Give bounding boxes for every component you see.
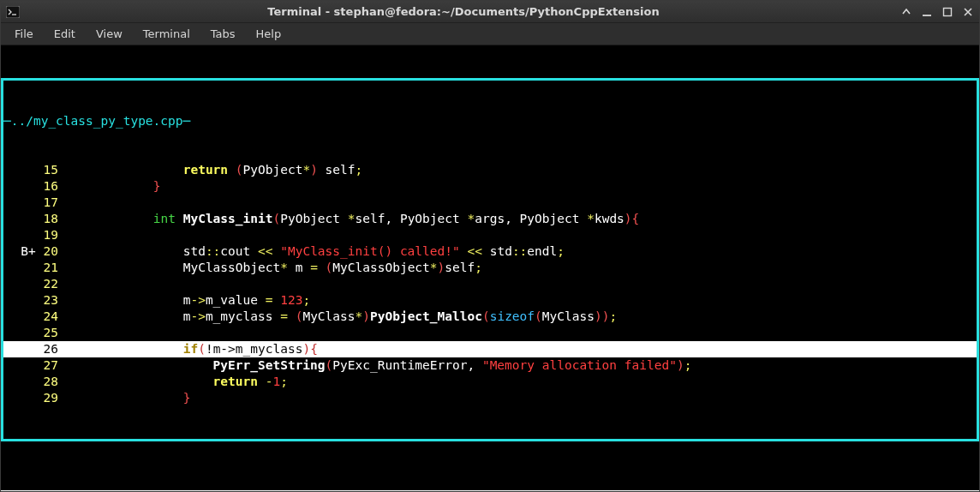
gutter: 28 [3,374,63,390]
code-text: int MyClass_init(PyObject *self, PyObjec… [63,211,977,227]
code-text: m->m_myclass = (MyClass*)PyObject_Malloc… [63,309,977,325]
minimize-button[interactable] [921,6,933,18]
code-line[interactable]: 24 m->m_myclass = (MyClass*)PyObject_Mal… [3,309,977,325]
close-button[interactable] [962,6,974,18]
code-text [63,195,977,211]
gutter: B+ 20 [3,243,63,260]
code-line[interactable]: 27 PyErr_SetString(PyExc_RuntimeError, "… [3,357,977,374]
code-line[interactable]: 19 [3,227,977,243]
gutter: 19 [3,227,63,243]
code-line[interactable]: 17 [3,195,977,211]
menu-view[interactable]: View [87,25,131,43]
code-text: MyClassObject* m = (MyClassObject*)self; [63,260,977,276]
code-line[interactable]: 15 return (PyObject*) self; [3,162,977,178]
menu-edit[interactable]: Edit [45,25,84,43]
cgdb-source-pane[interactable]: ─../my_class_py_type.cpp─ 15 return (PyO… [1,78,979,441]
code-line[interactable]: 21 MyClassObject* m = (MyClassObject*)se… [3,260,977,276]
code-text: } [63,390,977,406]
gutter: 15 [3,162,63,178]
code-line[interactable]: 16 } [3,178,977,195]
gutter: 27 [3,357,63,374]
svg-rect-0 [6,6,20,18]
code-text: } [63,178,977,195]
code-line[interactable]: 28 return -1; [3,374,977,390]
gutter: 16 [3,178,63,195]
svg-rect-3 [944,8,952,15]
window-up-button[interactable] [900,6,912,18]
code-line[interactable]: 23 m->m_value = 123; [3,292,977,309]
cgdb-status-bar: multi-thre Thread 0x7ffff79127 In: MyCla… [1,490,979,491]
menu-terminal[interactable]: Terminal [134,25,199,43]
code-line[interactable]: 29 } [3,390,977,406]
status-right: L26 PC: 0x7fffe9c2ca87 [799,490,979,491]
gutter: 23 [3,292,63,309]
menu-help[interactable]: Help [248,25,290,43]
terminal-body[interactable]: ─../my_class_py_type.cpp─ 15 return (PyO… [1,45,979,491]
terminal-window: Terminal - stephan@fedora:~/Documents/Py… [0,0,980,492]
gutter: 25 [3,325,63,341]
code-text: PyErr_SetString(PyExc_RuntimeError, "Mem… [63,357,977,374]
code-text: if(!m->m_myclass){ [63,341,977,357]
gutter: 22 [3,276,63,292]
gutter: 24 [3,309,63,325]
status-left: multi-thre Thread 0x7ffff79127 In: MyCla… [1,490,799,491]
code-line[interactable]: 18 int MyClass_init(PyObject *self, PyOb… [3,211,977,227]
code-line[interactable]: > 26 if(!m->m_myclass){ [3,341,977,357]
code-text [63,227,977,243]
code-line[interactable]: 25 [3,325,977,341]
menu-tabs[interactable]: Tabs [202,25,244,43]
code-text: return (PyObject*) self; [63,162,977,178]
code-text: return -1; [63,374,977,390]
code-text [63,325,977,341]
window-title: Terminal - stephan@fedora:~/Documents/Py… [27,5,900,18]
code-line[interactable]: B+ 20 std::cout << "MyClass_init() calle… [3,243,977,260]
code-line[interactable]: 22 [3,276,977,292]
gutter: 21 [3,260,63,276]
gutter: > 26 [3,341,63,357]
menu-file[interactable]: File [6,25,42,43]
menubar: File Edit View Terminal Tabs Help [1,23,979,45]
code-text [63,276,977,292]
terminal-icon [6,6,20,18]
titlebar[interactable]: Terminal - stephan@fedora:~/Documents/Py… [1,1,979,23]
window-buttons [900,6,974,18]
code-lines[interactable]: 15 return (PyObject*) self; 16 } 17 18 i… [3,162,977,406]
gutter: 18 [3,211,63,227]
gutter: 29 [3,390,63,406]
code-text: m->m_value = 123; [63,292,977,309]
maximize-button[interactable] [941,6,953,18]
cgdb-file-tab: ─../my_class_py_type.cpp─ [3,113,977,129]
gutter: 17 [3,195,63,211]
code-text: std::cout << "MyClass_init() called!" <<… [63,243,977,260]
